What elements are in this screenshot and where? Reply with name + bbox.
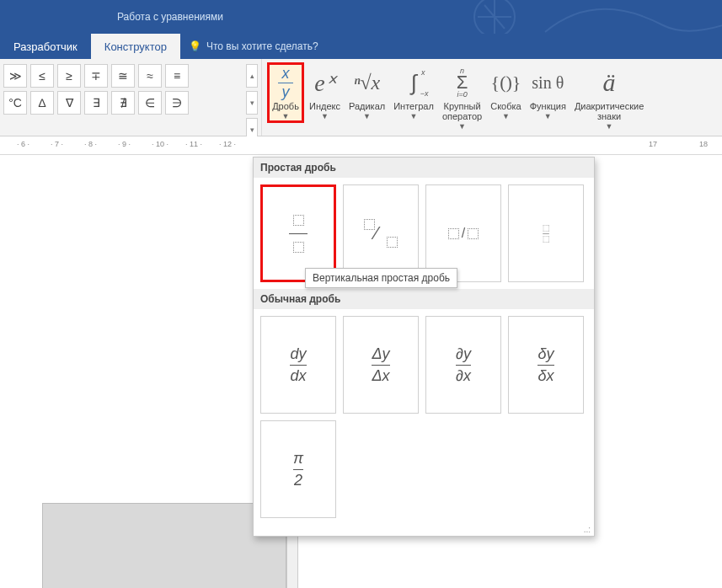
function-button[interactable]: sin θ Функция ▼ xyxy=(527,62,570,122)
ribbon: ≫≤≥∓≅≈≡ °C∆∇∃∄∈∋ ▴ ▾ ▾ xy Дробь ▼ eˣ Инд… xyxy=(0,59,722,136)
symbol-button[interactable]: ∇ xyxy=(57,91,81,115)
placeholder-box-icon xyxy=(387,237,398,248)
bracket-button[interactable]: {()} Скобка ▼ xyxy=(487,62,524,122)
ruler-number: · 12 · xyxy=(219,140,236,148)
accent-button[interactable]: ä Диакритические знаки ▼ xyxy=(571,62,647,132)
placeholder-box-icon xyxy=(448,228,459,239)
script-button[interactable]: eˣ Индекс ▼ xyxy=(306,62,344,122)
symbol-button[interactable]: ∆ xyxy=(30,91,54,115)
chevron-down-icon: ▼ xyxy=(410,112,418,120)
tell-me-label: Что вы хотите сделать? xyxy=(206,40,318,52)
symbols-scroll-down[interactable]: ▾ xyxy=(246,91,258,115)
accent-icon: ä xyxy=(603,66,616,99)
function-label: Функция xyxy=(530,101,566,111)
chevron-down-icon: ▼ xyxy=(544,112,552,120)
function-icon: sin θ xyxy=(532,66,564,99)
accent-label: Диакритические знаки xyxy=(575,101,644,121)
sigma-icon: nΣi=0 xyxy=(457,66,468,99)
chevron-down-icon: ▼ xyxy=(282,112,290,120)
integral-label: Интеграл xyxy=(393,101,434,111)
fraction-gallery: Простая дробь Вертикальная простая дробь… xyxy=(253,157,595,537)
document-area: Простая дробь Вертикальная простая дробь… xyxy=(0,155,722,588)
symbols-scroll-up[interactable]: ▴ xyxy=(246,64,258,88)
fraction-option-common[interactable]: dydx xyxy=(260,316,336,414)
context-tab-equation: Работа с уравнениями xyxy=(99,0,242,34)
fraction-label: Дробь xyxy=(272,101,299,111)
placeholder-box-icon xyxy=(293,215,304,226)
ruler-number: · 10 · xyxy=(152,140,168,148)
ruler-number: · 7 · xyxy=(51,140,63,148)
header-decoration xyxy=(242,0,722,34)
ruler-number: · 6 · xyxy=(17,140,29,148)
structures-group: xy Дробь ▼ eˣ Индекс ▼ ⁿ√x Радикал ▼ ∫x−… xyxy=(262,59,652,136)
fraction-option-common[interactable]: δyδx xyxy=(508,316,584,414)
equation-placeholder[interactable]: Место для уравнени ▴ ▾ xyxy=(42,503,286,588)
chevron-down-icon: ▼ xyxy=(502,112,510,120)
tell-me[interactable]: 💡 Что вы хотите сделать? xyxy=(180,34,327,59)
chevron-down-icon: ▼ xyxy=(606,122,613,131)
symbol-button[interactable]: ∃ xyxy=(84,91,108,115)
symbol-button[interactable]: ∋ xyxy=(165,91,189,115)
radical-label: Радикал xyxy=(349,101,385,111)
chevron-down-icon: ▼ xyxy=(363,112,371,120)
radical-icon: ⁿ√x xyxy=(354,66,380,99)
placeholder-box-icon xyxy=(543,225,548,231)
ribbon-tabs: Разработчик Конструктор 💡 Что вы хотите … xyxy=(0,34,722,59)
fraction-option-stacked[interactable]: Вертикальная простая дробь xyxy=(260,184,336,282)
script-label: Индекс xyxy=(309,101,340,111)
symbol-button[interactable]: °C xyxy=(3,91,27,115)
symbol-button[interactable]: ≈ xyxy=(138,64,162,88)
symbols-group: ≫≤≥∓≅≈≡ °C∆∇∃∄∈∋ ▴ ▾ ▾ xyxy=(0,59,262,136)
title-bar: Работа с уравнениями xyxy=(0,0,722,34)
placeholder-box-icon xyxy=(468,228,479,239)
ruler-number: 18 xyxy=(699,140,708,148)
fraction-icon: xy xyxy=(278,66,293,99)
chevron-down-icon: ▼ xyxy=(321,112,329,120)
tab-developer[interactable]: Разработчик xyxy=(0,34,91,59)
symbol-button[interactable]: ∓ xyxy=(84,64,108,88)
symbol-button[interactable]: ≅ xyxy=(111,64,135,88)
tooltip: Вертикальная простая дробь xyxy=(305,268,457,288)
radical-button[interactable]: ⁿ√x Радикал ▼ xyxy=(345,62,388,122)
fraction-button[interactable]: xy Дробь ▼ xyxy=(267,62,304,123)
fraction-option-common[interactable]: ∂y∂x xyxy=(425,316,501,414)
script-icon: eˣ xyxy=(314,66,334,99)
symbol-button[interactable]: ∈ xyxy=(138,91,162,115)
gallery-section-simple: Простая дробь xyxy=(254,158,594,178)
fraction-option-common[interactable]: π2 xyxy=(260,420,336,518)
integral-icon: ∫x−x xyxy=(410,66,416,99)
fraction-option-common[interactable]: ΔyΔx xyxy=(343,316,419,414)
resize-grip-icon[interactable]: ..: xyxy=(254,525,594,536)
ruler-number: · 11 · xyxy=(185,140,202,148)
integral-button[interactable]: ∫x−x Интеграл ▼ xyxy=(390,62,437,122)
symbol-button[interactable]: ∄ xyxy=(111,91,135,115)
large-operator-label: Крупный оператор xyxy=(442,101,482,121)
symbol-button[interactable]: ≡ xyxy=(165,64,189,88)
large-operator-button[interactable]: nΣi=0 Крупный оператор ▼ xyxy=(439,62,485,132)
gallery-section-common: Обычная дробь xyxy=(254,289,594,309)
chevron-down-icon: ▼ xyxy=(458,122,466,131)
ruler-number: · 8 · xyxy=(84,140,97,148)
horizontal-ruler[interactable]: · 6 ·· 7 ·· 8 ·· 9 ·· 10 ·· 11 ·· 12 ·17… xyxy=(0,136,722,155)
placeholder-box-icon xyxy=(543,236,548,242)
placeholder-box-icon xyxy=(293,242,304,253)
bracket-icon: {()} xyxy=(491,66,521,99)
symbol-button[interactable]: ≥ xyxy=(57,64,81,88)
tab-design[interactable]: Конструктор xyxy=(91,34,180,59)
placeholder-box-icon xyxy=(364,219,375,230)
symbol-button[interactable]: ≤ xyxy=(30,64,54,88)
ruler-number: 17 xyxy=(649,140,657,148)
lightbulb-icon: 💡 xyxy=(189,40,201,52)
ruler-number: · 9 · xyxy=(118,140,131,148)
bracket-label: Скобка xyxy=(490,101,521,111)
symbol-button[interactable]: ≫ xyxy=(3,64,27,88)
fraction-option-small[interactable] xyxy=(508,184,584,282)
